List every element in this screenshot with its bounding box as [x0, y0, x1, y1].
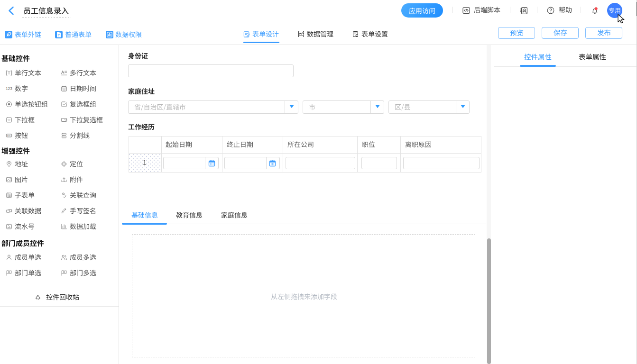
svg-text:123: 123 [6, 86, 12, 91]
svg-text:BTN: BTN [7, 135, 10, 137]
